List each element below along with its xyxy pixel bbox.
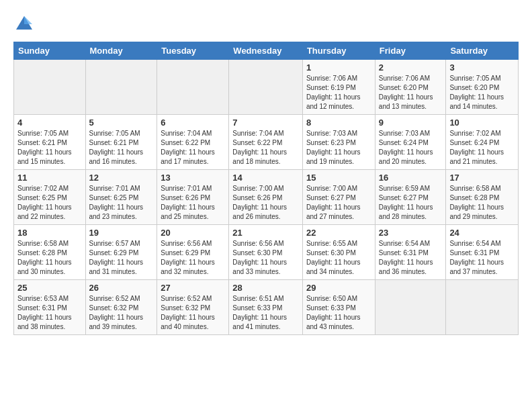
day-info: Sunrise: 7:00 AM Sunset: 6:26 PM Dayligh… — [232, 184, 299, 222]
day-info: Sunrise: 7:05 AM Sunset: 6:21 PM Dayligh… — [89, 129, 154, 167]
day-number: 14 — [232, 173, 299, 183]
day-number: 9 — [379, 118, 443, 128]
day-number: 27 — [161, 283, 225, 293]
calendar-cell: 4Sunrise: 7:05 AM Sunset: 6:21 PM Daylig… — [14, 115, 86, 170]
day-info: Sunrise: 6:58 AM Sunset: 6:28 PM Dayligh… — [449, 184, 515, 222]
day-number: 20 — [161, 228, 225, 238]
calendar-header: SundayMondayTuesdayWednesdayThursdayFrid… — [14, 42, 519, 60]
calendar-cell: 10Sunrise: 7:02 AM Sunset: 6:24 PM Dayli… — [446, 115, 519, 170]
page: SundayMondayTuesdayWednesdayThursdayFrid… — [0, 0, 532, 411]
day-info: Sunrise: 7:02 AM Sunset: 6:25 PM Dayligh… — [17, 184, 82, 222]
day-info: Sunrise: 6:54 AM Sunset: 6:31 PM Dayligh… — [449, 239, 515, 277]
calendar-cell: 26Sunrise: 6:52 AM Sunset: 6:32 PM Dayli… — [85, 280, 157, 335]
day-info: Sunrise: 7:00 AM Sunset: 6:27 PM Dayligh… — [306, 184, 371, 222]
calendar-cell — [85, 60, 157, 115]
day-number: 25 — [17, 283, 82, 293]
calendar-cell: 2Sunrise: 7:06 AM Sunset: 6:20 PM Daylig… — [375, 60, 446, 115]
day-info: Sunrise: 6:53 AM Sunset: 6:31 PM Dayligh… — [17, 294, 82, 332]
day-number: 13 — [161, 173, 225, 183]
calendar-cell: 6Sunrise: 7:04 AM Sunset: 6:22 PM Daylig… — [157, 115, 229, 170]
day-number: 6 — [161, 118, 225, 128]
day-info: Sunrise: 7:01 AM Sunset: 6:26 PM Dayligh… — [161, 184, 225, 222]
day-number: 21 — [232, 228, 299, 238]
calendar-body: 1Sunrise: 7:06 AM Sunset: 6:19 PM Daylig… — [14, 60, 519, 335]
week-row-5: 25Sunrise: 6:53 AM Sunset: 6:31 PM Dayli… — [14, 280, 519, 335]
calendar-table: SundayMondayTuesdayWednesdayThursdayFrid… — [13, 42, 519, 335]
logo — [13, 13, 38, 35]
calendar-cell: 27Sunrise: 6:52 AM Sunset: 6:32 PM Dayli… — [157, 280, 229, 335]
calendar-cell: 14Sunrise: 7:00 AM Sunset: 6:26 PM Dayli… — [229, 170, 303, 225]
day-number: 12 — [89, 173, 154, 183]
day-info: Sunrise: 6:56 AM Sunset: 6:29 PM Dayligh… — [161, 239, 225, 277]
calendar-cell: 8Sunrise: 7:03 AM Sunset: 6:23 PM Daylig… — [302, 115, 375, 170]
day-info: Sunrise: 7:04 AM Sunset: 6:22 PM Dayligh… — [232, 129, 299, 167]
svg-marker-1 — [24, 16, 32, 24]
day-header-sunday: Sunday — [14, 42, 86, 60]
day-number: 24 — [449, 228, 515, 238]
calendar-cell — [157, 60, 229, 115]
week-row-1: 1Sunrise: 7:06 AM Sunset: 6:19 PM Daylig… — [14, 60, 519, 115]
calendar-cell: 9Sunrise: 7:03 AM Sunset: 6:24 PM Daylig… — [375, 115, 446, 170]
day-info: Sunrise: 7:06 AM Sunset: 6:20 PM Dayligh… — [379, 74, 443, 111]
calendar-cell: 1Sunrise: 7:06 AM Sunset: 6:19 PM Daylig… — [302, 60, 375, 115]
day-info: Sunrise: 6:50 AM Sunset: 6:33 PM Dayligh… — [306, 294, 371, 332]
calendar-cell: 7Sunrise: 7:04 AM Sunset: 6:22 PM Daylig… — [229, 115, 303, 170]
day-info: Sunrise: 7:04 AM Sunset: 6:22 PM Dayligh… — [161, 129, 225, 167]
day-number: 1 — [306, 62, 371, 73]
calendar-cell: 28Sunrise: 6:51 AM Sunset: 6:33 PM Dayli… — [229, 280, 303, 335]
day-info: Sunrise: 6:54 AM Sunset: 6:31 PM Dayligh… — [379, 239, 443, 277]
day-number: 22 — [306, 228, 371, 238]
day-info: Sunrise: 7:02 AM Sunset: 6:24 PM Dayligh… — [449, 129, 515, 167]
day-number: 23 — [379, 228, 443, 238]
calendar-cell: 12Sunrise: 7:01 AM Sunset: 6:25 PM Dayli… — [85, 170, 157, 225]
calendar-cell — [14, 60, 86, 115]
day-number: 19 — [89, 228, 154, 238]
week-row-2: 4Sunrise: 7:05 AM Sunset: 6:21 PM Daylig… — [14, 115, 519, 170]
day-info: Sunrise: 6:51 AM Sunset: 6:33 PM Dayligh… — [232, 294, 299, 332]
day-number: 2 — [379, 62, 443, 73]
day-info: Sunrise: 7:05 AM Sunset: 6:20 PM Dayligh… — [449, 74, 515, 111]
day-number: 29 — [306, 283, 371, 293]
day-number: 8 — [306, 118, 371, 128]
day-number: 5 — [89, 118, 154, 128]
day-number: 4 — [17, 118, 82, 128]
day-header-wednesday: Wednesday — [229, 42, 303, 60]
day-header-thursday: Thursday — [302, 42, 375, 60]
day-header-saturday: Saturday — [446, 42, 519, 60]
day-info: Sunrise: 7:06 AM Sunset: 6:19 PM Dayligh… — [306, 74, 371, 111]
day-info: Sunrise: 6:59 AM Sunset: 6:27 PM Dayligh… — [379, 184, 443, 222]
day-number: 26 — [89, 283, 154, 293]
day-info: Sunrise: 6:52 AM Sunset: 6:32 PM Dayligh… — [161, 294, 225, 332]
week-row-4: 18Sunrise: 6:58 AM Sunset: 6:28 PM Dayli… — [14, 225, 519, 280]
calendar-cell: 15Sunrise: 7:00 AM Sunset: 6:27 PM Dayli… — [302, 170, 375, 225]
header — [13, 13, 519, 35]
day-info: Sunrise: 6:57 AM Sunset: 6:29 PM Dayligh… — [89, 239, 154, 277]
week-row-3: 11Sunrise: 7:02 AM Sunset: 6:25 PM Dayli… — [14, 170, 519, 225]
logo-icon — [13, 13, 35, 35]
calendar-cell: 17Sunrise: 6:58 AM Sunset: 6:28 PM Dayli… — [446, 170, 519, 225]
calendar-cell: 16Sunrise: 6:59 AM Sunset: 6:27 PM Dayli… — [375, 170, 446, 225]
day-header-tuesday: Tuesday — [157, 42, 229, 60]
calendar-cell: 13Sunrise: 7:01 AM Sunset: 6:26 PM Dayli… — [157, 170, 229, 225]
calendar-cell: 5Sunrise: 7:05 AM Sunset: 6:21 PM Daylig… — [85, 115, 157, 170]
day-info: Sunrise: 7:03 AM Sunset: 6:24 PM Dayligh… — [379, 129, 443, 167]
day-number: 11 — [17, 173, 82, 183]
day-number: 3 — [449, 62, 515, 73]
calendar-cell: 3Sunrise: 7:05 AM Sunset: 6:20 PM Daylig… — [446, 60, 519, 115]
day-number: 10 — [449, 118, 515, 128]
day-info: Sunrise: 6:56 AM Sunset: 6:30 PM Dayligh… — [232, 239, 299, 277]
day-number: 17 — [449, 173, 515, 183]
calendar-cell: 19Sunrise: 6:57 AM Sunset: 6:29 PM Dayli… — [85, 225, 157, 280]
calendar-cell: 29Sunrise: 6:50 AM Sunset: 6:33 PM Dayli… — [302, 280, 375, 335]
calendar-cell: 23Sunrise: 6:54 AM Sunset: 6:31 PM Dayli… — [375, 225, 446, 280]
calendar-cell: 11Sunrise: 7:02 AM Sunset: 6:25 PM Dayli… — [14, 170, 86, 225]
day-info: Sunrise: 7:03 AM Sunset: 6:23 PM Dayligh… — [306, 129, 371, 167]
calendar-cell — [229, 60, 303, 115]
day-info: Sunrise: 6:52 AM Sunset: 6:32 PM Dayligh… — [89, 294, 154, 332]
day-info: Sunrise: 7:05 AM Sunset: 6:21 PM Dayligh… — [17, 129, 82, 167]
day-info: Sunrise: 6:55 AM Sunset: 6:30 PM Dayligh… — [306, 239, 371, 277]
header-row: SundayMondayTuesdayWednesdayThursdayFrid… — [14, 42, 519, 60]
day-info: Sunrise: 6:58 AM Sunset: 6:28 PM Dayligh… — [17, 239, 82, 277]
calendar-cell: 18Sunrise: 6:58 AM Sunset: 6:28 PM Dayli… — [14, 225, 86, 280]
day-header-monday: Monday — [85, 42, 157, 60]
